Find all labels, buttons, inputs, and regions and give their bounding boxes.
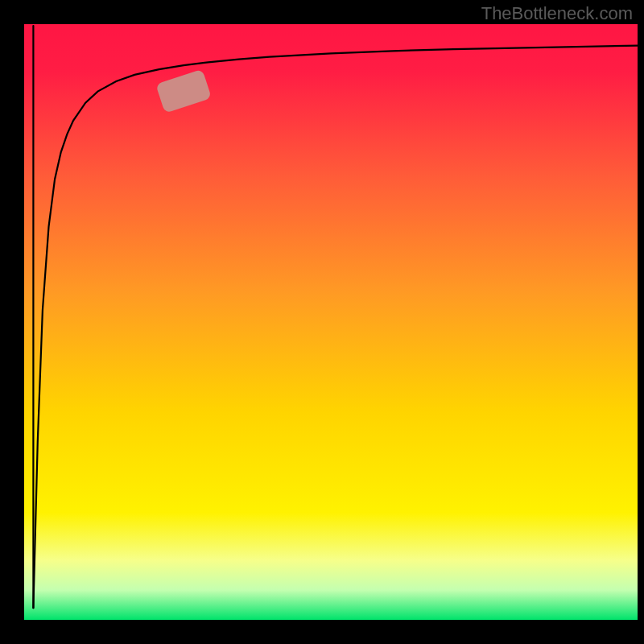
svg-rect-0 [0, 0, 24, 644]
plot-background [24, 24, 638, 620]
chart-container: TheBottleneck.com [0, 0, 644, 644]
watermark-text: TheBottleneck.com [481, 3, 633, 24]
chart-svg [0, 0, 644, 644]
svg-rect-1 [638, 0, 644, 644]
svg-rect-3 [0, 620, 644, 644]
